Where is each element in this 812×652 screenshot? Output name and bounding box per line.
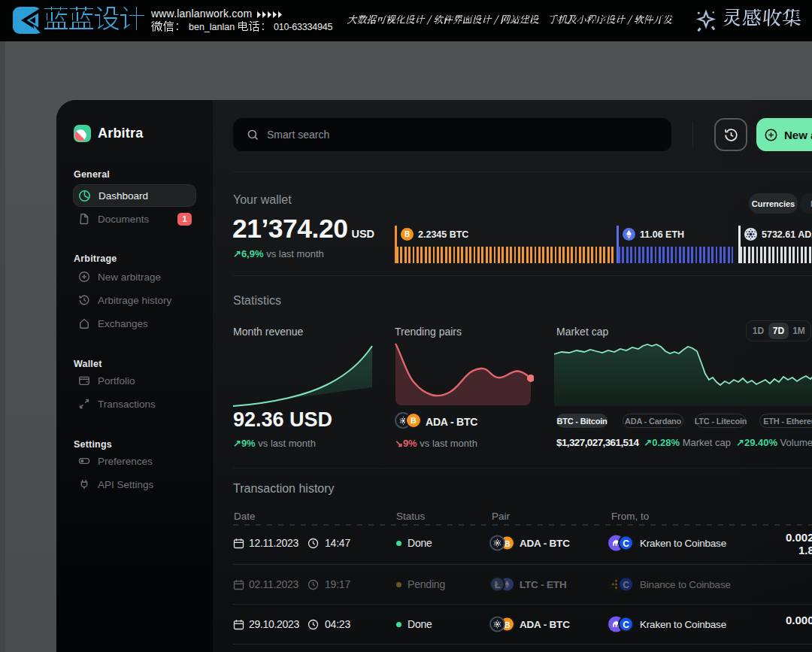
svg-text:B: B bbox=[404, 230, 410, 238]
